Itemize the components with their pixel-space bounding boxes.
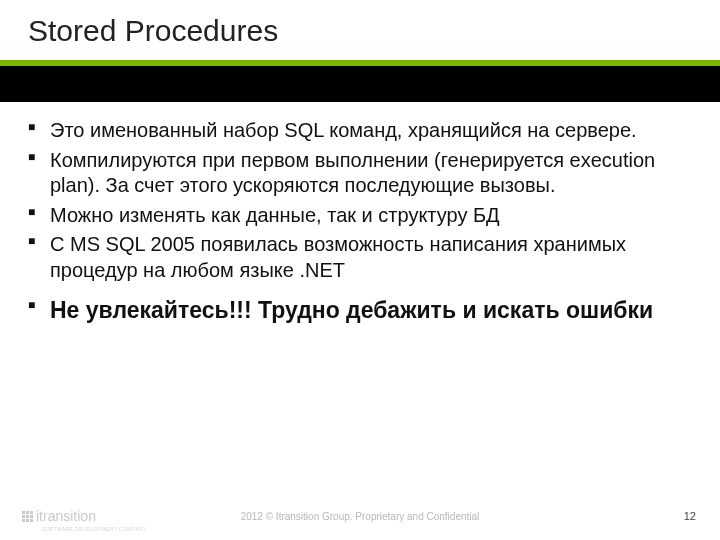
content-area: Это именованный набор SQL команд, хранящ… <box>28 118 688 329</box>
list-item: Компилируются при первом выполнении (ген… <box>28 148 688 199</box>
list-item: Это именованный набор SQL команд, хранящ… <box>28 118 688 144</box>
footer-text: 2012 © Itransition Group. Proprietary an… <box>0 511 720 522</box>
list-item-bold: Не увлекайтесь!!! Трудно дебажить и иска… <box>28 296 688 325</box>
page-title: Stored Procedures <box>28 14 278 48</box>
page-number: 12 <box>684 510 696 522</box>
divider-black <box>0 66 720 102</box>
list-item: Можно изменять как данные, так и структу… <box>28 203 688 229</box>
list-item: С MS SQL 2005 появилась возможность напи… <box>28 232 688 283</box>
bullet-list: Это именованный набор SQL команд, хранящ… <box>28 118 688 325</box>
logo-subtitle: SOFTWARE DEVELOPMENT COMPANY <box>42 526 147 532</box>
slide: Stored Procedures Это именованный набор … <box>0 0 720 540</box>
